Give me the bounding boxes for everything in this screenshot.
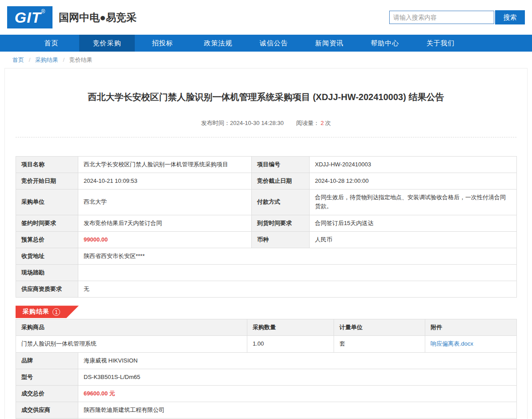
unit-value: 套 xyxy=(334,336,425,352)
delivery-time-value: 合同签订后15天内送达 xyxy=(310,215,517,231)
publish-time-value: 2024-10-30 14:28:30 xyxy=(230,120,284,126)
project-name-label: 项目名称 xyxy=(16,157,78,173)
brand-value: 海康威视 HIKVISION xyxy=(78,352,517,369)
result-ribbon: 采购结果 1 xyxy=(16,306,79,318)
breadcrumb-purchase-results[interactable]: 采购结果 xyxy=(35,56,58,63)
project-info-table: 项目名称 西北大学长安校区门禁人脸识别一体机管理系统采购项目 项目编号 XDJJ… xyxy=(16,156,517,298)
site-logo[interactable]: GIT ® xyxy=(7,6,52,28)
bid-deadline-value: 2024-10-28 12:00:00 xyxy=(310,173,517,189)
page-title: 西北大学长安校区门禁人脸识别一体机管理系统采购项目 (XDJJ-HW-20241… xyxy=(16,91,516,103)
delivery-time-label: 到货时间要求 xyxy=(252,215,310,231)
deal-price-label: 成交总价 xyxy=(16,385,78,402)
breadcrumb-separator: / xyxy=(29,56,31,63)
nav-item-about-us[interactable]: 关于我们 xyxy=(413,35,468,52)
announcement-card: 西北大学长安校区门禁人脸识别一体机管理系统采购项目 (XDJJ-HW-20241… xyxy=(4,68,528,419)
table-row: 门禁人脸识别一体机管理系统 1.00 套 响应偏离表.docx xyxy=(16,336,517,352)
payment-method-label: 付款方式 xyxy=(252,189,310,215)
signing-time-value: 发布竞价结果后7天内签订合同 xyxy=(78,215,252,231)
delivery-address-value: 陕西省西安市长安区**** xyxy=(78,248,517,264)
article-meta: 发布时间：2024-10-30 14:28:30阅读量：2次 xyxy=(16,119,516,127)
model-value: DS-K3B501S-L/Dm65 xyxy=(78,369,517,385)
budget-total-value: 99000.00 xyxy=(78,231,252,248)
table-row: 型号 DS-K3B501S-L/Dm65 xyxy=(16,369,517,385)
signing-time-label: 签约时间要求 xyxy=(16,215,78,231)
table-row: 成交供应商 陕西隆乾迪斯建筑工程有限公司 xyxy=(16,402,517,418)
product-value: 门禁人脸识别一体机管理系统 xyxy=(16,336,247,352)
winning-supplier-value: 陕西隆乾迪斯建筑工程有限公司 xyxy=(78,402,517,418)
col-attachment: 附件 xyxy=(425,319,517,336)
breadcrumb-separator: / xyxy=(63,56,65,63)
nav-item-home[interactable]: 首页 xyxy=(24,35,79,52)
views-unit: 次 xyxy=(325,120,331,126)
project-number-value: XDJJ-HW-202410003 xyxy=(310,157,517,173)
table-row: 签约时间要求 发布竞价结果后7天内签订合同 到货时间要求 合同签订后15天内送达 xyxy=(16,215,517,231)
publish-time-label: 发布时间： xyxy=(201,120,230,126)
views-count: 2 xyxy=(321,120,324,126)
quantity-value: 1.00 xyxy=(247,336,334,352)
table-row: 成交总价 69600.00 元 xyxy=(16,385,517,402)
delivery-address-label: 收货地址 xyxy=(16,248,78,264)
table-row: 品牌 海康威视 HIKVISION xyxy=(16,352,517,369)
deal-price-value: 69600.00 元 xyxy=(78,385,517,402)
currency-label: 币种 xyxy=(252,231,310,248)
breadcrumb-home[interactable]: 首页 xyxy=(12,56,24,63)
site-survey-label: 现场踏勘 xyxy=(16,264,78,281)
col-quantity: 采购数量 xyxy=(247,319,334,336)
table-row: 竞价开始日期 2024-10-21 10:09:53 竞价截止日期 2024-1… xyxy=(16,173,517,189)
logo-registered-mark: ® xyxy=(41,8,45,15)
table-row: 供应商资质要求 无 xyxy=(16,281,517,298)
winning-supplier-label: 成交供应商 xyxy=(16,402,78,418)
model-label: 型号 xyxy=(16,369,78,385)
nav-item-integrity-notices[interactable]: 诚信公告 xyxy=(246,35,302,52)
site-header: GIT ® 国网中电●易竞采 搜索 xyxy=(0,0,532,35)
nav-item-tendering[interactable]: 招投标 xyxy=(135,35,190,52)
bid-start-label: 竞价开始日期 xyxy=(16,173,78,189)
nav-item-bidding-purchase[interactable]: 竞价采购 xyxy=(79,35,135,52)
payment-method-value: 合同生效后，待货物到达指定地点、安装调试验收合格后，一次性付清合同货款。 xyxy=(310,189,517,215)
supplier-qualification-label: 供应商资质要求 xyxy=(16,281,78,298)
nav-item-help-center[interactable]: 帮助中心 xyxy=(357,35,413,52)
nav-item-news[interactable]: 新闻资讯 xyxy=(302,35,357,52)
supplier-qualification-value: 无 xyxy=(78,281,517,298)
breadcrumb: 首页 / 采购结果 / 竞价结果 xyxy=(0,52,532,68)
site-survey-value xyxy=(78,264,517,281)
brand-label: 品牌 xyxy=(16,352,78,369)
budget-total-label: 预算总价 xyxy=(16,231,78,248)
table-header-row: 采购商品 采购数量 计量单位 附件 xyxy=(16,319,517,336)
search-box: 搜索 xyxy=(389,10,525,24)
purchaser-label: 采购单位 xyxy=(16,189,78,215)
table-row: 收货地址 陕西省西安市长安区**** xyxy=(16,248,517,264)
logo-text: GIT xyxy=(15,6,41,28)
purchase-result-table: 采购商品 采购数量 计量单位 附件 门禁人脸识别一体机管理系统 1.00 套 响… xyxy=(16,319,517,419)
result-ribbon-label: 采购结果 xyxy=(23,308,49,316)
site-name: 国网中电●易竞采 xyxy=(59,11,137,24)
table-row: 项目名称 西北大学长安校区门禁人脸识别一体机管理系统采购项目 项目编号 XDJJ… xyxy=(16,157,517,173)
search-button[interactable]: 搜索 xyxy=(495,10,525,24)
table-row: 预算总价 99000.00 币种 人民币 xyxy=(16,231,517,248)
purchaser-value: 西北大学 xyxy=(78,189,252,215)
col-unit: 计量单位 xyxy=(334,319,425,336)
currency-value: 人民币 xyxy=(310,231,517,248)
main-nav: 首页 竞价采购 招投标 政策法规 诚信公告 新闻资讯 帮助中心 关于我们 xyxy=(0,35,532,52)
nav-item-policies[interactable]: 政策法规 xyxy=(190,35,246,52)
col-product: 采购商品 xyxy=(16,319,247,336)
search-input[interactable] xyxy=(389,11,494,24)
breadcrumb-current: 竞价结果 xyxy=(69,56,93,63)
result-count-badge: 1 xyxy=(52,308,60,316)
table-row: 现场踏勘 xyxy=(16,264,517,281)
attachment-link[interactable]: 响应偏离表.docx xyxy=(431,340,473,347)
project-number-label: 项目编号 xyxy=(252,157,310,173)
project-name-value: 西北大学长安校区门禁人脸识别一体机管理系统采购项目 xyxy=(78,157,252,173)
bid-deadline-label: 竞价截止日期 xyxy=(252,173,310,189)
bid-start-value: 2024-10-21 10:09:53 xyxy=(78,173,252,189)
table-row: 采购单位 西北大学 付款方式 合同生效后，待货物到达指定地点、安装调试验收合格后… xyxy=(16,189,517,215)
views-label: 阅读量： xyxy=(296,120,319,126)
divider xyxy=(16,137,516,137)
